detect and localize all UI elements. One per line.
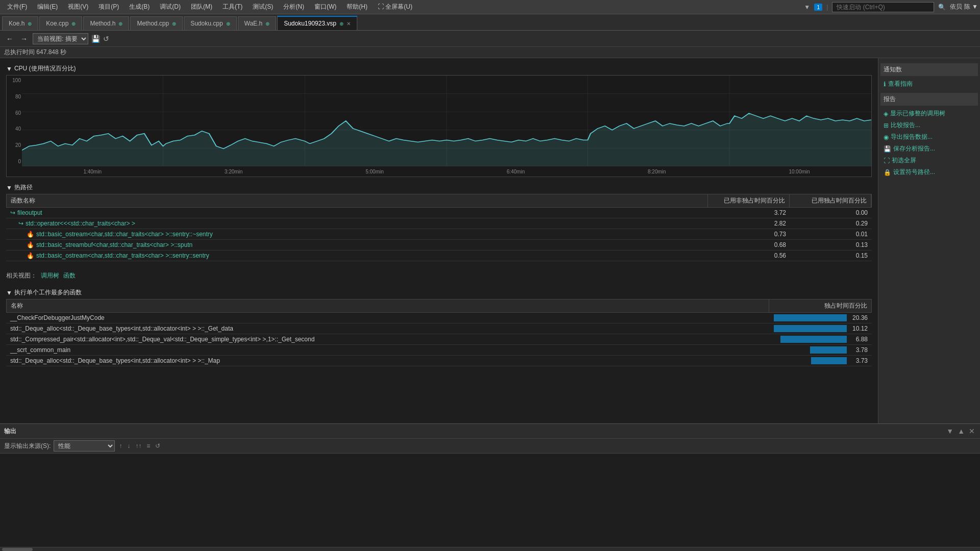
top-func-bar-0: 20.36 bbox=[770, 313, 872, 323]
export-report-link[interactable]: ◉ 导出报告数据... bbox=[880, 131, 978, 143]
exclusive-0: 0.00 bbox=[790, 208, 872, 218]
top-functions-section: ▼ 执行单个工作最多的函数 名称 独占时间百分比 __CheckForDebug… bbox=[6, 286, 872, 366]
top-func-row-4[interactable]: std::_Deque_alloc<std::_Deque_base_types… bbox=[6, 356, 872, 366]
output-toolbar-btn4[interactable]: ≡ bbox=[145, 441, 151, 450]
user-menu[interactable]: 依贝 陈 ▼ bbox=[950, 3, 978, 11]
tab-waeh-icon: ⊕ bbox=[265, 21, 270, 27]
hotpath-row-4[interactable]: 🔥 std::basic_ostream<char,std::char_trai… bbox=[6, 251, 872, 261]
hotpath-row-1[interactable]: ↪ std::operator<<<std::char_traits<char>… bbox=[6, 218, 872, 229]
func-arrow-icon-0: ↪ bbox=[10, 209, 15, 216]
cpu-chart-title: CPU (使用情况百分比) bbox=[14, 64, 76, 73]
tab-koeh-icon: ⊕ bbox=[28, 21, 32, 27]
top-func-row-1[interactable]: std::_Deque_alloc<std::_Deque_base_types… bbox=[6, 323, 872, 334]
output-maximize-btn[interactable]: ▲ bbox=[957, 426, 966, 436]
top-func-row-2[interactable]: std::_Compressed_pair<std::allocator<int… bbox=[6, 334, 872, 345]
related-link-calltree[interactable]: 调用树 bbox=[41, 271, 59, 280]
tab-sudokucpp[interactable]: Sudoku.cpp ⊕ bbox=[184, 16, 236, 30]
forward-button[interactable]: → bbox=[18, 34, 30, 44]
col-exclusive: 已用独占时间百分比 bbox=[790, 194, 871, 207]
source-select[interactable]: 性能 bbox=[54, 440, 115, 452]
top-func-row-3[interactable]: __scrt_common_main 3.78 bbox=[6, 345, 872, 356]
menu-edit[interactable]: 编辑(E) bbox=[32, 1, 63, 13]
top-func-name-3: __scrt_common_main bbox=[6, 345, 770, 355]
refresh-icon[interactable]: ↺ bbox=[103, 35, 109, 43]
non-exclusive-1: 2.82 bbox=[708, 218, 790, 229]
tab-methodcpp[interactable]: Method.cpp ⊕ bbox=[130, 16, 183, 30]
cpu-line-chart bbox=[22, 76, 871, 166]
show-trimmed-calltree-link[interactable]: ◈ 显示已修整的调用树 bbox=[880, 108, 978, 119]
func-arrow-icon-1: ↪ bbox=[18, 220, 23, 227]
hotpath-section-header: ▼ 热路径 bbox=[6, 181, 872, 194]
tab-waeh[interactable]: WaE.h ⊕ bbox=[238, 16, 277, 30]
menu-file[interactable]: 文件(F) bbox=[2, 1, 32, 13]
back-button[interactable]: ← bbox=[4, 34, 15, 44]
menu-build[interactable]: 生成(B) bbox=[124, 1, 155, 13]
menu-test[interactable]: 测试(S) bbox=[248, 1, 278, 13]
tab-methodh[interactable]: Method.h ⊕ bbox=[83, 16, 129, 30]
menu-fullscreen[interactable]: ⛶ 全屏幕(U) bbox=[373, 1, 418, 13]
bar-value-3: 3.78 bbox=[850, 346, 868, 354]
menu-analyze[interactable]: 分析(N) bbox=[278, 1, 309, 13]
tab-close-button[interactable]: ✕ bbox=[347, 21, 351, 27]
export-icon: ◉ bbox=[884, 134, 889, 141]
save-analysis-link[interactable]: 💾 保存分析报告... bbox=[880, 143, 978, 155]
col-non-exclusive: 已用非独占时间百分比 bbox=[708, 194, 790, 207]
hotpath-row-3[interactable]: 🔥 std::basic_streambuf<char,std::char_tr… bbox=[6, 240, 872, 251]
symbol-path-link[interactable]: 🔒 设置符号路径... bbox=[880, 166, 978, 178]
scrollbar-thumb bbox=[2, 548, 33, 551]
output-toolbar-btn1[interactable]: ↑ bbox=[118, 441, 123, 450]
tab-methodh-label: Method.h bbox=[90, 20, 115, 27]
tab-bar: Koe.h ⊕ Koe.cpp ⊕ Method.h ⊕ Method.cpp … bbox=[0, 14, 980, 31]
func-flame-icon-2: 🔥 bbox=[27, 231, 34, 238]
menu-view[interactable]: 视图(V) bbox=[63, 1, 93, 13]
output-minimize-btn[interactable]: ▼ bbox=[945, 426, 954, 436]
lock-icon: 🔒 bbox=[884, 169, 891, 176]
right-panel: 通知数 ℹ 查看指南 报告 ◈ 显示已修整的调用树 ⊞ 比较报告... ◉ 导出… bbox=[878, 58, 980, 423]
search-icon: 🔍 bbox=[938, 4, 946, 11]
menu-project[interactable]: 项目(P) bbox=[93, 1, 124, 13]
exclusive-1: 0.29 bbox=[790, 218, 872, 229]
func-name-3: std::basic_streambuf<char,std::char_trai… bbox=[36, 241, 192, 248]
output-header: 输出 ▼ ▲ ✕ bbox=[0, 424, 980, 439]
hotpath-title: 热路径 bbox=[14, 183, 33, 192]
save-icon[interactable]: 💾 bbox=[91, 35, 100, 43]
exclusive-3: 0.13 bbox=[790, 240, 872, 250]
menu-tools[interactable]: 工具(T) bbox=[217, 1, 248, 13]
menu-team[interactable]: 团队(M) bbox=[186, 1, 217, 13]
save-icon: 💾 bbox=[884, 145, 891, 153]
hotpath-row-2[interactable]: 🔥 std::basic_ostream<char,std::char_trai… bbox=[6, 229, 872, 240]
menu-debug[interactable]: 调试(D) bbox=[155, 1, 186, 13]
related-label: 相关视图： bbox=[6, 271, 37, 280]
related-link-functions[interactable]: 函数 bbox=[63, 271, 76, 280]
output-content bbox=[0, 454, 980, 547]
compare-icon: ⊞ bbox=[884, 122, 889, 129]
top-func-row-0[interactable]: __CheckForDebuggerJustMyCode 20.36 bbox=[6, 313, 872, 323]
menu-help[interactable]: 帮助(H) bbox=[341, 1, 373, 13]
view-guide-link[interactable]: ℹ 查看指南 bbox=[880, 78, 978, 90]
view-selector[interactable]: 当前视图: 摘要 bbox=[33, 33, 88, 44]
fullscreen-icon: ⛶ bbox=[884, 157, 890, 164]
top-func-name-1: std::_Deque_alloc<std::_Deque_base_types… bbox=[6, 323, 770, 334]
non-exclusive-3: 0.68 bbox=[708, 240, 790, 250]
output-scrollbar[interactable] bbox=[0, 547, 980, 551]
non-exclusive-0: 3.72 bbox=[708, 208, 790, 218]
output-toolbar-btn2[interactable]: ↓ bbox=[126, 441, 131, 450]
filter-icon: ▼ bbox=[804, 4, 810, 11]
output-close-btn[interactable]: ✕ bbox=[968, 426, 976, 436]
menu-window[interactable]: 窗口(W) bbox=[309, 1, 341, 13]
tab-sudoku-vsp[interactable]: Sudoku190923.vsp ⊕ ✕ bbox=[277, 16, 357, 30]
bar-value-0: 20.36 bbox=[850, 314, 868, 321]
fullscreen-link[interactable]: ⛶ 初选全屏 bbox=[880, 155, 978, 166]
output-toolbar-btn5[interactable]: ↺ bbox=[154, 441, 161, 450]
output-toolbar: 显示输出来源(S): 性能 ↑ ↓ ↑↑ ≡ ↺ bbox=[0, 439, 980, 454]
exclusive-4: 0.15 bbox=[790, 251, 872, 261]
quick-launch-input[interactable] bbox=[832, 2, 934, 12]
func-name-4: std::basic_ostream<char,std::char_traits… bbox=[36, 252, 209, 259]
tab-koeh[interactable]: Koe.h ⊕ bbox=[2, 16, 38, 30]
compare-report-link[interactable]: ⊞ 比较报告... bbox=[880, 119, 978, 131]
top-func-bar-4: 3.73 bbox=[770, 356, 872, 366]
tab-methodcpp-label: Method.cpp bbox=[137, 20, 169, 27]
output-toolbar-btn3[interactable]: ↑↑ bbox=[134, 441, 142, 450]
hotpath-row-0[interactable]: ↪ fileoutput 3.72 0.00 bbox=[6, 208, 872, 218]
tab-koecpp[interactable]: Koe.cpp ⊕ bbox=[39, 16, 82, 30]
